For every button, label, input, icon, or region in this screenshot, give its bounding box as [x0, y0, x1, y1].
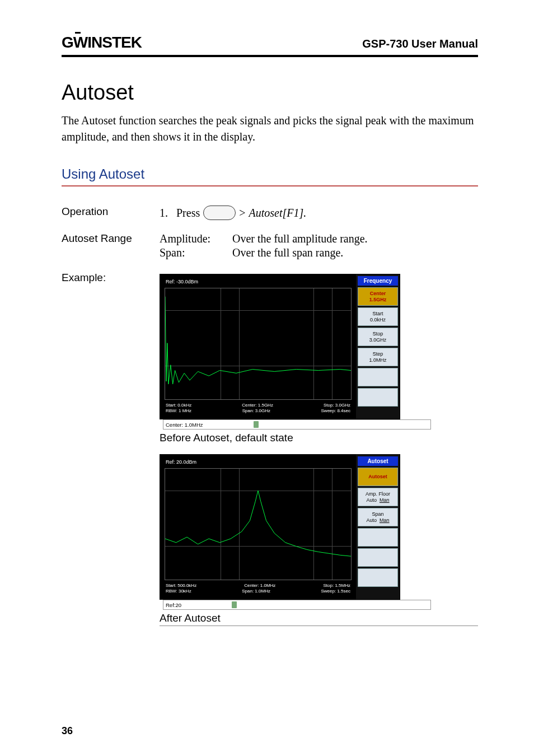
menu-btn-start[interactable]: Start 0.0kHz	[358, 307, 398, 326]
section-heading: Using Autoset	[62, 166, 478, 186]
menu-title: Autoset	[358, 456, 398, 466]
menu-btn-empty	[358, 548, 398, 567]
press-text: Press	[176, 207, 200, 220]
divider	[160, 626, 478, 626]
example-content: Ref: -30.0dBm Start: 0.0kHz Center: 1.5G…	[160, 274, 478, 626]
caption-after: After Autoset	[160, 612, 478, 624]
status-bar-after: Ref:20	[163, 600, 431, 610]
screenshot-before: Ref: -30.0dBm Start: 0.0kHz Center: 1.5G…	[160, 274, 400, 419]
page-title: Autoset	[62, 81, 478, 105]
ref-level: Ref: 20.0dBm	[166, 459, 196, 465]
menu-btn-stop[interactable]: Stop 3.0GHz	[358, 328, 398, 346]
trace-line	[165, 288, 351, 393]
operation-row: Operation 1. Press > Autoset[F1].	[62, 206, 478, 220]
menu-title: Frequency	[358, 276, 398, 286]
step-number: 1.	[160, 207, 173, 220]
autoset-range-row: Autoset Range Amplitude: Over the full a…	[62, 232, 478, 259]
side-menu-autoset: Autoset Autoset Amp. Floor Auto Man Span…	[356, 455, 400, 599]
menu-btn-span[interactable]: Span Auto Man	[358, 508, 398, 526]
autoset-range-label: Autoset Range	[62, 232, 160, 245]
brand-logo: GWINSTEK	[62, 34, 142, 52]
menu-btn-empty	[358, 388, 398, 407]
menu-btn-center[interactable]: Center 1.5GHz	[358, 287, 398, 306]
plot-bottom-1: Start: 500.0kHz Center: 1.0MHz Stop: 1.5…	[166, 583, 350, 588]
trace-line	[165, 469, 351, 573]
menu-btn-empty	[358, 368, 398, 386]
plot-area-after: Ref: 20.0dBm Start: 500.0kHz Center: 1.0…	[163, 458, 353, 596]
page-header: GWINSTEK GSP-730 User Manual	[62, 34, 478, 57]
example-row: Example: Ref: -30.0dBm Start: 0.0kHz Cen…	[62, 272, 478, 626]
plot-area-before: Ref: -30.0dBm Start: 0.0kHz Center: 1.5G…	[163, 278, 353, 416]
range-val: Over the full span range.	[232, 246, 478, 259]
operation-content: 1. Press > Autoset[F1].	[160, 206, 478, 220]
menu-btn-autoset[interactable]: Autoset	[358, 468, 398, 486]
menu-btn-empty	[358, 568, 398, 587]
page-number: 36	[62, 725, 73, 737]
plot-grid	[165, 288, 352, 400]
side-menu-frequency: Frequency Center 1.5GHz Start 0.0kHz Sto…	[356, 274, 400, 419]
usb-icon	[232, 601, 237, 608]
example-label: Example:	[62, 272, 160, 284]
gt-text: >	[239, 207, 245, 220]
screenshot-after: Ref: 20.0dBm Start: 500.0kHz Center: 1.0…	[160, 454, 400, 600]
plot-bottom-2: RBW: 30kHz Span: 1.0MHz Sweep: 1.5sec	[166, 589, 350, 594]
span-mode: Auto Man	[359, 517, 396, 523]
caption-before: Before Autoset, default state	[160, 432, 478, 444]
plot-bottom-2: RBW: 1 MHz Span: 3.0GHz Sweep: 8.4sec	[166, 408, 350, 413]
ref-level: Ref: -30.0dBm	[166, 279, 198, 284]
plot-grid	[165, 468, 352, 580]
plot-bottom-1: Start: 0.0kHz Center: 1.5GHz Stop: 3.0GH…	[166, 403, 350, 408]
autoset-action: Autoset[F1].	[249, 207, 307, 220]
manual-title: GSP-730 User Manual	[362, 38, 478, 50]
menu-btn-step[interactable]: Step 1.0MHz	[358, 348, 398, 366]
autoset-range-content: Amplitude: Over the full amplitude range…	[160, 232, 478, 259]
intro-paragraph: The Autoset function searches the peak s…	[62, 113, 478, 145]
amp-floor-mode: Auto Man	[359, 497, 396, 503]
status-bar-before: Center: 1.0MHz	[163, 419, 431, 430]
autoset-key-icon	[203, 206, 236, 220]
operation-label: Operation	[62, 206, 160, 218]
menu-btn-amp-floor[interactable]: Amp. Floor Auto Man	[358, 488, 398, 506]
range-val: Over the full amplitude range.	[232, 232, 478, 245]
range-key: Span:	[160, 246, 232, 259]
range-key: Amplitude:	[160, 232, 232, 245]
usb-icon	[254, 421, 259, 428]
menu-btn-empty	[358, 528, 398, 547]
